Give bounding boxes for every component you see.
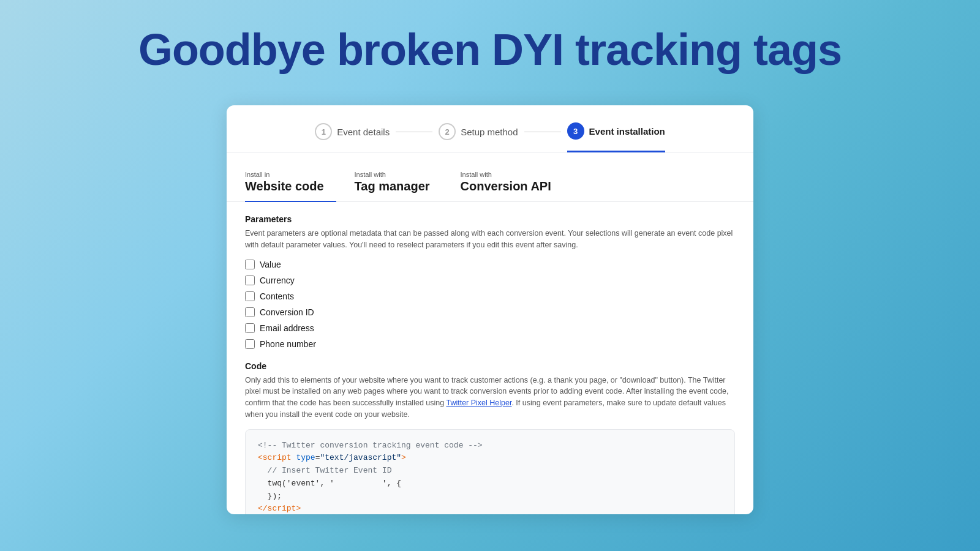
code-section: Code Only add this to elements of your w… xyxy=(245,361,735,515)
tab-api-mainlabel: Conversion API xyxy=(461,179,551,193)
checkbox-currency-input[interactable] xyxy=(245,276,255,285)
tab-website-sublabel: Install in xyxy=(245,171,324,178)
content-area: Parameters Event parameters are optional… xyxy=(227,202,753,514)
step-divider-1 xyxy=(396,132,432,132)
step-2-circle: 2 xyxy=(439,123,456,140)
checkbox-phone-label: Phone number xyxy=(260,339,316,349)
checkbox-email[interactable]: Email address xyxy=(245,323,735,333)
checkbox-phone[interactable]: Phone number xyxy=(245,339,735,349)
step-1-circle: 1 xyxy=(315,123,332,140)
checkbox-value[interactable]: Value xyxy=(245,260,735,269)
code-line-4: twq('event', ' ', { xyxy=(258,478,722,490)
checkbox-value-input[interactable] xyxy=(245,260,255,269)
checkbox-conversion-id[interactable]: Conversion ID xyxy=(245,307,735,317)
checkbox-value-label: Value xyxy=(260,260,281,269)
code-line-3: // Insert Twitter Event ID xyxy=(258,465,722,478)
code-block: <!-- Twitter conversion tracking event c… xyxy=(245,429,735,515)
tab-conversion-api[interactable]: Install with Conversion API xyxy=(461,165,564,201)
checkbox-email-input[interactable] xyxy=(245,323,255,333)
step-divider-2 xyxy=(524,132,561,132)
checkbox-currency-label: Currency xyxy=(260,276,295,285)
tab-tag-sublabel: Install with xyxy=(355,171,430,178)
step-3-circle: 3 xyxy=(567,122,584,140)
checkbox-list: Value Currency Contents Conversion ID Em… xyxy=(245,260,735,349)
parameters-desc: Event parameters are optional metadata t… xyxy=(245,228,735,251)
code-title: Code xyxy=(245,361,735,371)
page-container: Goodbye broken DYI tracking tags 1 Event… xyxy=(0,0,980,551)
checkbox-contents[interactable]: Contents xyxy=(245,291,735,301)
checkbox-contents-input[interactable] xyxy=(245,291,255,301)
step-2-label: Setup method xyxy=(461,127,518,137)
tab-section: Install in Website code Install with Tag… xyxy=(227,165,753,202)
code-line-2: <script type="text/javascript"> xyxy=(258,452,722,465)
checkbox-conversion-id-label: Conversion ID xyxy=(260,307,314,317)
step-2[interactable]: 2 Setup method xyxy=(439,123,518,151)
tab-tag-mainlabel: Tag manager xyxy=(355,179,430,193)
parameters-title: Parameters xyxy=(245,214,735,224)
wizard-card: 1 Event details 2 Setup method 3 Event i… xyxy=(227,105,753,514)
checkbox-conversion-id-input[interactable] xyxy=(245,307,255,317)
tab-website-code[interactable]: Install in Website code xyxy=(245,165,336,202)
checkbox-contents-label: Contents xyxy=(260,291,294,301)
tab-website-mainlabel: Website code xyxy=(245,179,324,193)
code-desc: Only add this to elements of your websit… xyxy=(245,375,735,421)
step-3-label: Event installation xyxy=(589,126,665,137)
checkbox-phone-input[interactable] xyxy=(245,339,255,349)
tab-tag-manager[interactable]: Install with Tag manager xyxy=(355,165,442,201)
step-3[interactable]: 3 Event installation xyxy=(567,122,665,152)
code-line-5: }); xyxy=(258,490,722,503)
tab-api-sublabel: Install with xyxy=(461,171,551,178)
code-line-1: <!-- Twitter conversion tracking event c… xyxy=(258,440,722,452)
step-1-label: Event details xyxy=(337,127,390,137)
checkbox-email-label: Email address xyxy=(260,323,314,333)
code-line-6: </script> xyxy=(258,503,722,514)
step-1[interactable]: 1 Event details xyxy=(315,123,390,151)
stepper: 1 Event details 2 Setup method 3 Event i… xyxy=(227,105,753,152)
twitter-pixel-helper-link[interactable]: Twitter Pixel Helper xyxy=(446,399,511,407)
checkbox-currency[interactable]: Currency xyxy=(245,276,735,285)
page-headline: Goodbye broken DYI tracking tags xyxy=(138,24,842,75)
